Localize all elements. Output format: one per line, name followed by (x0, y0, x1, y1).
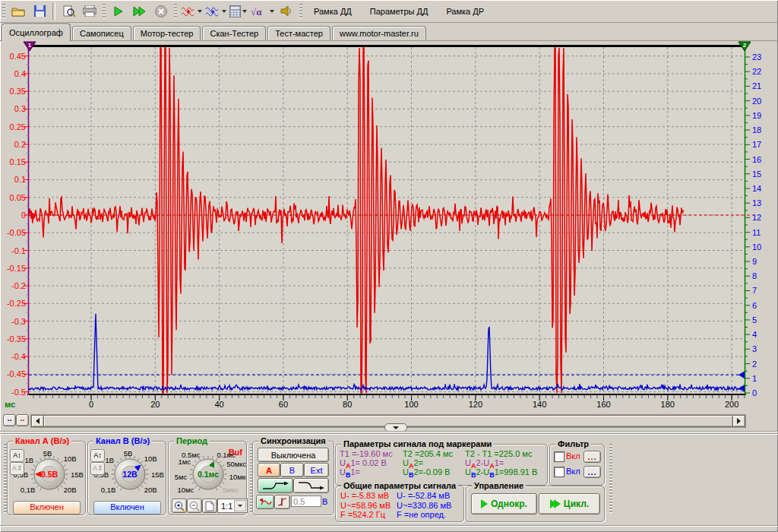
y-axis-left-label: -0.25 (7, 299, 26, 308)
knob-scale-label: 10мкс (229, 473, 246, 481)
svg-text:1: 1 (28, 42, 32, 49)
run-single-button[interactable] (108, 2, 129, 21)
new-buffer-button[interactable] (202, 499, 217, 513)
signal-b-wave-button[interactable] (204, 2, 228, 21)
tab-oscillograph[interactable]: Осциллограф (2, 24, 71, 41)
zoom-in-button[interactable] (172, 499, 187, 513)
chevron-down-icon (238, 505, 242, 507)
zoom-out-button[interactable] (187, 499, 202, 513)
general-params-channel-b: U- =-52.84 мВ U~=330.86 мВ F =не опред. (397, 491, 451, 520)
run-cycle-button[interactable] (129, 2, 150, 21)
sound-button[interactable] (276, 2, 297, 21)
tab-website[interactable]: www.motor-master.ru (332, 26, 426, 40)
filter-b-label: Вкл (566, 467, 580, 476)
channel-a-enabled-button[interactable]: Включен (13, 501, 81, 515)
blue-wave-icon (205, 5, 220, 17)
y-axis-right-label: 5 (752, 315, 757, 325)
channel-a-autoscale2-button[interactable]: А⇕ (10, 462, 24, 475)
sync-off-button[interactable]: Выключена (258, 448, 329, 462)
marker2-jump-button[interactable]: .. (16, 414, 29, 426)
panel-drag-handle[interactable] (609, 444, 612, 514)
play-icon (113, 6, 124, 17)
y-axis-right-label: 17 (752, 140, 761, 149)
y-axis-left-label: -0.1 (11, 246, 26, 255)
filter-a-more-button[interactable]: ... (584, 451, 601, 463)
toolbar-drag-handle[interactable] (103, 4, 106, 19)
sync-level-input[interactable] (291, 496, 321, 507)
knob-scale-label: 20В (144, 486, 157, 494)
marker-param-value: UВ2=-0.09 В (403, 467, 450, 479)
right-arrow-icon (737, 418, 741, 424)
menu-parametry-dd[interactable]: Параметры ДД (361, 5, 438, 18)
sync-rising-edge-button[interactable] (258, 478, 293, 493)
sync-source-ext-button[interactable]: Ext (304, 463, 329, 477)
sync-source-b-button[interactable]: В (280, 463, 304, 477)
print-preview-button[interactable] (58, 2, 79, 21)
channel-b-panel: Канал В (В/э) 0,1В0,5В1В5В10В15В20В12В А… (87, 441, 166, 515)
control-group-panel: Управление Однокр. Цикл. (466, 486, 605, 522)
period-knob[interactable]: 10мс5мс1мс0.5мс0.1мс50мкс10мкс5мкс0.1мс (169, 447, 246, 497)
scroll-right-button[interactable] (732, 415, 745, 427)
oscilloscope-window: √α Рамка ДД Параметры ДД Рамка ДР Осцилл… (0, 0, 778, 532)
y-axis-right-label: 7 (752, 286, 757, 295)
control-panel: Канал А (В/э) 0,1В0,5В1В5В10В15В20В0.5В … (0, 435, 778, 524)
y-axis-right-label: 10 (752, 242, 761, 252)
scroll-left-button[interactable] (31, 415, 44, 427)
channel-b-enabled-button[interactable]: Включен (93, 501, 161, 515)
signal-a-wave-button[interactable] (179, 2, 204, 21)
double-play-icon (550, 499, 561, 508)
stop-button[interactable] (150, 2, 172, 21)
channel-a-autoscale-button[interactable]: А↕ (10, 449, 24, 462)
filter-b-more-button[interactable]: ... (584, 466, 601, 478)
zoom-ratio-select[interactable]: 1:1 (217, 499, 248, 513)
filter-a-checkbox[interactable] (554, 451, 565, 462)
y-axis-left-label: 0.05 (10, 193, 26, 202)
y-axis-left-label: 0.2 (14, 140, 26, 149)
menu-ramka-dr[interactable]: Рамка ДР (437, 5, 493, 18)
sync-window-mode-button[interactable] (274, 495, 290, 509)
tab-motor-tester[interactable]: Мотор-тестер (133, 26, 201, 40)
dropdown-arrow-icon (242, 10, 247, 13)
channel-b-autoscale2-button[interactable]: А⇕ (90, 462, 105, 475)
sync-level-mode-button[interactable] (256, 495, 274, 509)
menu-ramka-dd[interactable]: Рамка ДД (305, 5, 361, 18)
knob-scale-label: 10мс (177, 486, 194, 494)
knob-scale-label: 5мс (175, 473, 188, 481)
general-params-title: Общие параметры сигнала (341, 481, 458, 490)
tab-scan-tester[interactable]: Скан-Тестер (202, 26, 266, 40)
x-axis-label: 180 (661, 400, 675, 409)
sync-falling-edge-button[interactable] (293, 478, 329, 493)
y-axis-left-label: 0.3 (14, 104, 26, 113)
channel-a-panel: Канал А (В/э) 0,1В0,5В1В5В10В15В20В0.5В … (7, 441, 86, 515)
select-arrow-button[interactable] (234, 500, 246, 511)
knob-scale-label: 20В (64, 486, 77, 494)
floppy-icon (34, 5, 46, 17)
open-file-button[interactable] (8, 2, 29, 21)
channel-b-autoscale-button[interactable]: А↕ (90, 449, 105, 462)
svg-text:2: 2 (743, 42, 747, 49)
toolbar-drag-handle[interactable] (2, 4, 5, 19)
marker1-jump-button[interactable]: .. (3, 414, 16, 426)
single-run-button[interactable]: Однокр. (471, 493, 537, 515)
left-arrow-icon (36, 418, 40, 424)
filter-b-checkbox[interactable] (554, 467, 565, 477)
toolbar-drag-handle[interactable] (299, 4, 302, 19)
y-axis-right-label: 12 (752, 213, 761, 222)
math-function-button[interactable]: √α (248, 2, 276, 21)
tab-test-master[interactable]: Тест-мастер (267, 26, 330, 40)
printer-icon (83, 5, 96, 17)
tab-recorder[interactable]: Самописец (72, 26, 131, 40)
sync-source-a-button[interactable]: А (258, 463, 280, 477)
channel-b-title: Канал В (В/э) (93, 436, 152, 445)
save-button[interactable] (29, 2, 50, 21)
print-button[interactable] (79, 2, 100, 21)
y-axis-right-label: 16 (752, 155, 761, 164)
oscilloscope-plot[interactable]: 0.450.40.350.30.250.20.150.10.050-0.05-0… (0, 40, 778, 413)
calculator-button[interactable] (228, 2, 248, 21)
marker-param-value: T2 - T1 =225.0 мс (465, 449, 532, 458)
y-axis-left-label: 0.15 (10, 157, 26, 166)
toolbar-drag-handle[interactable] (174, 4, 177, 19)
single-run-label: Однокр. (491, 499, 527, 509)
x-axis-label: 40 (214, 400, 223, 409)
cycle-run-button[interactable]: Цикл. (539, 493, 600, 515)
